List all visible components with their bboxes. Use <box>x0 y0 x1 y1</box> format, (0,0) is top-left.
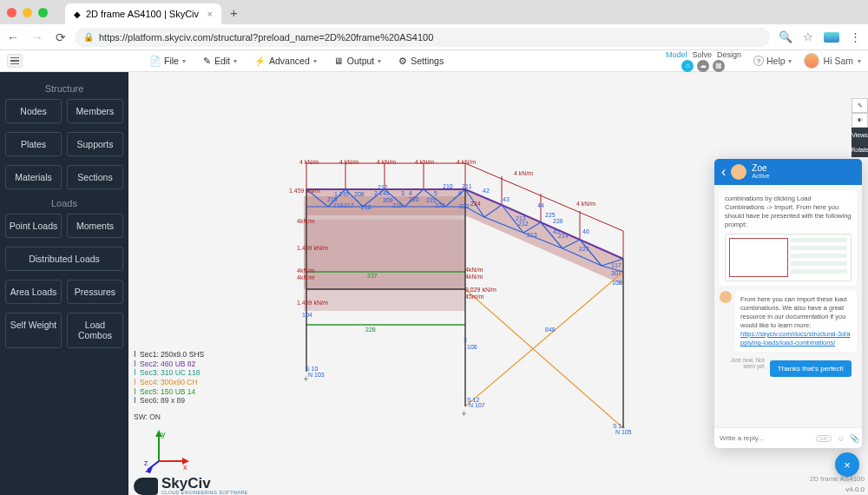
extension-icon[interactable] <box>824 32 839 43</box>
node-label: 2 146 <box>374 190 390 196</box>
load-label: 4kN/m <box>465 274 483 280</box>
node-label: 223 <box>459 203 470 209</box>
bookmark-icon[interactable]: ☆ <box>803 30 813 43</box>
mode-model[interactable]: Model <box>666 50 687 59</box>
load-label: 1.459 kN/m <box>297 245 328 251</box>
sidebar-btn-sections[interactable]: Sections <box>67 165 123 189</box>
node-label: 217 <box>344 202 354 208</box>
node-label: 104 <box>302 312 312 318</box>
menu-settings[interactable]: ⚙ Settings <box>398 56 444 67</box>
close-window-icon[interactable] <box>7 8 16 17</box>
search-addr-icon[interactable]: 🔍 <box>779 30 792 43</box>
load-label: 4kN/m <box>465 267 483 273</box>
sidebar: StructureNodesMembersPlatesSupportsMater… <box>0 72 128 495</box>
node-label: S 11 <box>613 423 625 429</box>
chat-close-fab[interactable]: × <box>835 452 859 477</box>
sidebar-btn-supports[interactable]: Supports <box>67 132 123 156</box>
chat-header: ‹ Zoe Active <box>714 159 862 185</box>
legend-item: ⅠSec6: 89 x 89 <box>134 396 204 406</box>
load-label: 4kN/m <box>297 274 314 280</box>
user-menu[interactable]: Hi Sam ▾ <box>804 53 861 69</box>
legend-item: ⅠSec2: 460 UB 82 <box>134 360 204 369</box>
chat-screenshot <box>725 234 852 281</box>
mode-switcher[interactable]: Model Solve Design ⌂☁▦ <box>666 50 741 72</box>
mode-design[interactable]: Design <box>717 50 741 59</box>
sidebar-btn-load-combos[interactable]: Load Combos <box>67 313 123 347</box>
node-label: 213 <box>527 232 537 238</box>
app-version: v4.0.0 <box>845 485 865 493</box>
sidebar-btn-plates[interactable]: Plates <box>5 132 62 156</box>
chat-input[interactable] <box>720 434 811 442</box>
sidebar-section-title: Loads <box>5 198 123 208</box>
menu-output[interactable]: 🖥 Output ▾ <box>334 56 382 67</box>
node-label: 6 <box>458 190 462 196</box>
load-label: 224 <box>470 201 481 207</box>
browser-tab[interactable]: ◆ 2D frame AS4100 | SkyCiv × <box>65 3 221 24</box>
node-label: 225 <box>545 212 556 218</box>
sidebar-btn-moments[interactable]: Moments <box>67 214 123 238</box>
reload-icon[interactable]: ⟳ <box>56 30 66 44</box>
menu-edit[interactable]: ✎ Edit ▾ <box>203 56 237 67</box>
view-toolbar: ✎ 👁 Views Rotate <box>852 98 868 157</box>
sidebar-btn-members[interactable]: Members <box>67 99 123 123</box>
hamburger-menu[interactable] <box>7 54 23 68</box>
node-label: 227 <box>579 246 589 252</box>
sidebar-btn-pressures[interactable]: Pressures <box>67 280 123 304</box>
chat-back-icon[interactable]: ‹ <box>721 164 726 180</box>
sidebar-btn-area-loads[interactable]: Area Loads <box>5 280 62 304</box>
node-label: 218 <box>361 204 372 210</box>
node-label: N 107 <box>469 402 485 408</box>
node-label: 43 <box>503 196 510 202</box>
node-label: 4 <box>409 190 412 196</box>
legend-item: ⅠSec4: 300x90 CH <box>134 378 204 387</box>
help-menu[interactable]: ?Help ▾ <box>753 56 792 66</box>
url-field[interactable]: 🔒 https://platform.skyciv.com/structural… <box>75 28 770 47</box>
new-tab-button[interactable]: + <box>230 5 238 20</box>
legend-sw: SW: ON <box>134 412 204 422</box>
sidebar-btn-materials[interactable]: Materials <box>5 165 62 189</box>
minimize-window-icon[interactable] <box>23 8 32 17</box>
node-label: 210 <box>443 183 453 189</box>
doc-link[interactable]: https://skyciv.com/docs/structural-3d/ap… <box>740 330 851 346</box>
mode-solve[interactable]: Solve <box>692 50 712 59</box>
sidebar-btn-point-loads[interactable]: Point Loads <box>5 214 62 238</box>
skyciv-logo: SkyCivCLOUD ENGINEERING SOFTWARE <box>134 478 248 495</box>
node-label: N 103 <box>308 372 325 378</box>
browser-menu-icon[interactable]: ⋮ <box>850 30 861 43</box>
user-greeting: Hi Sam <box>824 56 853 66</box>
chat-body[interactable]: combinations by clicking Load Combinatio… <box>714 185 862 427</box>
load-label: 1.459 kN/m <box>289 188 320 194</box>
node-label: 108 <box>612 280 622 286</box>
node-label: 848 <box>545 327 556 333</box>
app-toolbar: 📄 File ▾ ✎ Edit ▾ ⚡ Advanced ▾ 🖥 Output … <box>0 50 868 72</box>
sidebar-btn-self-weight[interactable]: Self Weight <box>5 313 62 347</box>
load-label: 45m/m <box>465 294 483 300</box>
maximize-window-icon[interactable] <box>38 8 48 17</box>
vtool-pencil[interactable]: ✎ <box>852 98 868 113</box>
traffic-lights <box>7 8 48 17</box>
vtool-visibility[interactable]: 👁 <box>852 113 868 128</box>
logo-icon <box>134 478 158 495</box>
node-label: 209 <box>383 197 393 203</box>
node-label: N 105 <box>615 429 632 435</box>
node-label: 46 <box>582 228 589 234</box>
gif-icon[interactable]: GIF <box>816 435 832 442</box>
menu-file[interactable]: 📄 File ▾ <box>149 56 186 67</box>
node-label: 214 <box>558 233 569 239</box>
attach-icon[interactable]: 📎 <box>850 434 859 443</box>
menu-advanced[interactable]: ⚡ Advanced ▾ <box>254 56 317 67</box>
svg-text:z: z <box>144 459 148 467</box>
close-tab-icon[interactable]: × <box>207 9 213 19</box>
emoji-icon[interactable]: ☺ <box>837 434 845 443</box>
node-label: 216 <box>333 202 344 208</box>
svg-line-33 <box>465 289 623 428</box>
vtool-rotate[interactable]: Rotate <box>852 142 868 157</box>
macos-title-bar: ◆ 2D frame AS4100 | SkyCiv × + <box>0 0 868 24</box>
sidebar-btn-distributed-loads[interactable]: Distributed Loads <box>5 247 123 271</box>
nav-back-icon[interactable]: ← <box>7 30 19 44</box>
node-label: 44 <box>537 202 544 208</box>
load-label: 8.029 kN/m <box>465 287 496 293</box>
vtool-views[interactable]: Views <box>852 128 868 142</box>
structural-model: ⏚⏚⏚ <box>276 155 788 432</box>
sidebar-btn-nodes[interactable]: Nodes <box>5 99 62 123</box>
